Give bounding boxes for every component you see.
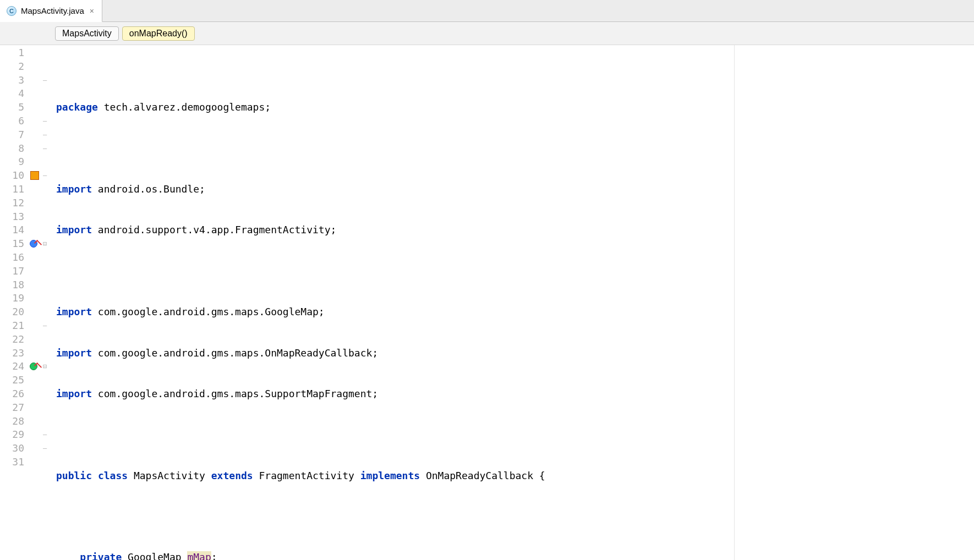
line-number: 30	[0, 442, 43, 455]
editor-container: C MapsActivity.java × MapsActivity onMap…	[0, 0, 974, 560]
line-number: 3	[0, 74, 43, 87]
code-line: private GoogleMap mMap;	[56, 551, 974, 560]
line-number: 2	[0, 60, 43, 74]
line-number: 6	[0, 114, 43, 128]
line-number: 15	[0, 237, 43, 251]
breadcrumb-method[interactable]: onMapReady()	[122, 26, 195, 41]
line-number: 5	[0, 101, 43, 114]
line-number: 17	[0, 265, 43, 278]
line-number: 25	[0, 374, 43, 387]
code-area[interactable]: package tech.alvarez.demogooglemaps; imp…	[43, 45, 974, 560]
code-line: import android.support.v4.app.FragmentAc…	[56, 223, 974, 237]
code-line: import android.os.Bundle;	[56, 183, 974, 196]
line-number: 9	[0, 155, 43, 169]
line-number: 27	[0, 401, 43, 415]
code-line: import com.google.android.gms.maps.Suppo…	[56, 387, 974, 401]
code-line	[56, 510, 974, 524]
editor-body: 1 2 3 4 5 6 7 8 9 10 11 12 13 14 15 16 1…	[0, 45, 974, 560]
line-number: 8	[0, 142, 43, 156]
code-line	[56, 265, 974, 278]
line-number: 31	[0, 455, 43, 469]
line-number: 14	[0, 223, 43, 237]
close-icon[interactable]: ×	[89, 7, 95, 15]
line-number: 18	[0, 278, 43, 292]
line-number: 22	[0, 333, 43, 347]
code-line: package tech.alvarez.demogooglemaps;	[56, 101, 974, 114]
line-number: 21	[0, 319, 43, 333]
line-number: 12	[0, 196, 43, 210]
line-number: 26	[0, 387, 43, 401]
line-number: 7	[0, 128, 43, 142]
line-number: 10	[0, 169, 43, 183]
code-line	[56, 428, 974, 442]
code-line: import com.google.android.gms.maps.Googl…	[56, 305, 974, 319]
line-number: 4	[0, 87, 43, 101]
line-number: 20	[0, 305, 43, 319]
line-number: 28	[0, 415, 43, 429]
override-gutter-icon[interactable]	[30, 239, 40, 249]
gutter: 1 2 3 4 5 6 7 8 9 10 11 12 13 14 15 16 1…	[0, 45, 43, 560]
line-number: 23	[0, 347, 43, 360]
code-line: public class MapsActivity extends Fragme…	[56, 469, 974, 483]
implements-gutter-icon[interactable]	[30, 361, 40, 371]
breadcrumb-bar: MapsActivity onMapReady()	[0, 22, 974, 45]
class-gutter-icon[interactable]	[30, 171, 40, 180]
line-number: 1	[0, 46, 43, 60]
breadcrumb-class[interactable]: MapsActivity	[55, 26, 119, 41]
code-line	[56, 142, 974, 156]
file-tab-label: MapsActivity.java	[21, 6, 84, 15]
line-number: 11	[0, 183, 43, 196]
tab-bar: C MapsActivity.java ×	[0, 0, 974, 22]
line-number: 19	[0, 292, 43, 305]
line-number: 24	[0, 360, 43, 374]
java-class-icon: C	[7, 6, 17, 16]
line-number: 29	[0, 428, 43, 442]
line-number: 13	[0, 210, 43, 224]
file-tab[interactable]: C MapsActivity.java ×	[0, 0, 102, 22]
right-margin-guide	[734, 45, 735, 560]
code-line: import com.google.android.gms.maps.OnMap…	[56, 347, 974, 360]
line-number: 16	[0, 251, 43, 265]
